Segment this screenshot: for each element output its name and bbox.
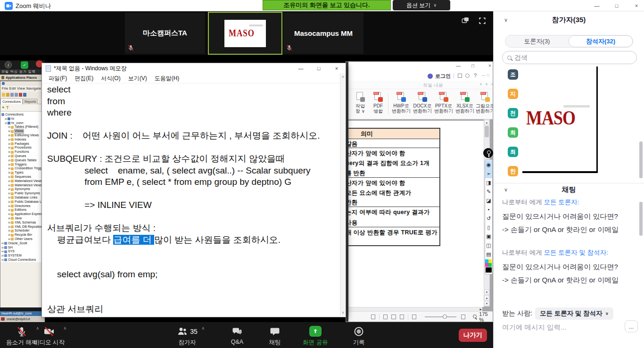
chat-message-input[interactable]: 여기에 메시지 입력... (502, 323, 566, 332)
tree-item-xml-schemas[interactable]: ⊞XML Schemas (0, 221, 45, 225)
find-input[interactable]: 찾을 내용 (423, 82, 443, 89)
select-cursor-tool-icon[interactable]: ➢ (485, 169, 492, 178)
tree-item-directories[interactable]: ⊞Directories (0, 204, 45, 208)
tree-item-editioning-views[interactable]: ⊞Editioning Views (0, 133, 45, 138)
expand-icon[interactable]: ⊞ (8, 179, 10, 183)
video-off-button[interactable]: ∧비디오 시작 (23, 325, 75, 347)
tree-item-other-users[interactable]: ⊞Other Users (0, 237, 45, 241)
minimize-button[interactable]: — (292, 63, 310, 74)
menu-format[interactable]: 서식(O) (97, 75, 124, 83)
find-prev-icon[interactable]: ∧ (479, 82, 482, 86)
tree-item-scheduler[interactable]: ⊞Scheduler (0, 229, 45, 233)
pdf-titlebar[interactable]: — □ × (348, 62, 493, 71)
participant-avatar[interactable]: 한 (508, 166, 518, 176)
scroll-up-icon[interactable]: ∧ (342, 74, 344, 80)
vm-taskbar[interactable]: oracle@edydr1ot (0, 316, 45, 322)
virtualbox-menubar[interactable]: 파일 머신 보기 입력 (0, 69, 45, 74)
close-button[interactable]: × (488, 63, 491, 68)
participants-scrollbar-thumb[interactable] (639, 141, 643, 178)
expand-icon[interactable]: ⊞ (8, 204, 10, 208)
record-button[interactable]: 기록 (333, 325, 385, 347)
color-swatch[interactable] (488, 263, 492, 267)
video-tile-maso-active-speaker[interactable]: MASO (208, 12, 282, 55)
hwp-button[interactable]: PDFHWP로변환하기 (391, 92, 412, 116)
maximize-button[interactable]: □ (471, 63, 474, 68)
tree-item-connections[interactable]: Connections (0, 113, 45, 117)
tree-item-synonyms[interactable]: ⊞Synonyms (0, 187, 45, 191)
video-tile-masocampus-ta[interactable]: 마소캠퍼스TA (125, 13, 205, 54)
menu-file[interactable]: 파일(F) (45, 75, 71, 83)
participants-button[interactable]: 35∧참가자 (161, 325, 213, 347)
search-input[interactable] (514, 54, 623, 61)
expand-icon[interactable]: ⊞ (8, 183, 10, 188)
open-icon[interactable] (6, 93, 9, 97)
expand-icon[interactable]: ⊞ (1, 241, 4, 246)
tree-item-triggers[interactable]: ⊞Triggers (0, 163, 45, 167)
tree-item-views[interactable]: ⊞Views (0, 129, 45, 133)
fullscreen-icon[interactable] (478, 17, 487, 25)
expand-icon[interactable]: ⊞ (5, 117, 7, 121)
xlsx-button[interactable]: PDFXLSX로변환하기 (454, 92, 475, 116)
tree-item-application-express[interactable]: ⊞Application Express (0, 212, 45, 216)
expand-icon[interactable]: ⊞ (8, 158, 10, 163)
pdf-horizontal-scrollbar[interactable]: ▶ (348, 307, 482, 311)
menu-help[interactable]: 도움말(H) (151, 75, 183, 83)
expand-icon[interactable] (458, 74, 462, 78)
tree-item-public-synonyms[interactable]: ⊞Public Synonyms (0, 191, 45, 196)
gallery-view-icon[interactable] (461, 17, 470, 25)
expand-icon[interactable]: ⊞ (1, 246, 4, 250)
chat-more-button[interactable]: ... (625, 320, 638, 332)
expand-icon[interactable]: ⊞ (8, 191, 10, 196)
expand-icon[interactable]: ⊞ (1, 254, 4, 258)
single-page-icon[interactable] (383, 315, 388, 319)
laser-point-tool-icon[interactable]: • (485, 205, 492, 214)
zoom-slider-handle[interactable] (443, 315, 447, 319)
video-tile-masocampus-mm[interactable]: Masocampus MM (283, 13, 363, 54)
tree-item-packages[interactable]: ⊞Packages (0, 142, 45, 146)
expand-icon[interactable]: ⊞ (1, 258, 4, 262)
zoom-slider[interactable] (425, 316, 456, 317)
close-button[interactable]: × (633, 0, 640, 11)
tree-item-cloud-connections[interactable]: ⊞Cloud Connections (0, 258, 45, 262)
page-down-icon[interactable]: ▼ (484, 301, 489, 306)
tree-item-sys[interactable]: ⊞SYS (0, 249, 45, 254)
menu-view[interactable]: 보기(V) (124, 75, 151, 83)
color-swatch[interactable] (485, 259, 488, 263)
expand-icon[interactable]: ⊞ (8, 196, 10, 200)
tree-item-database-links[interactable]: ⊞Database Links (0, 196, 45, 200)
participant-avatar[interactable]: 지 (508, 89, 518, 99)
participant-avatar[interactable]: 천 (508, 108, 518, 118)
continuous-view-icon[interactable] (391, 315, 396, 319)
tree-item-procedures[interactable]: ⊞Procedures (0, 146, 45, 150)
notepad-titlebar[interactable]: *제목 없음 - Windows 메모장 — □ × (42, 63, 346, 74)
scrollbar-thumb[interactable] (485, 126, 489, 137)
image-button[interactable]: PDF그림으로변환하기 (475, 92, 495, 116)
close-button[interactable]: × (328, 63, 346, 74)
expand-icon[interactable]: ⊞ (8, 229, 10, 233)
save-all-icon[interactable] (15, 93, 18, 97)
find-close-icon[interactable]: × (491, 82, 493, 86)
tree-item-queues[interactable]: ⊞Queues (0, 154, 45, 158)
page-layout-icon[interactable] (371, 315, 375, 319)
color-swatch[interactable] (485, 263, 488, 267)
expand-icon[interactable]: ⊞ (8, 125, 10, 129)
minimize-button[interactable]: — (456, 63, 461, 68)
eraser-tool-icon[interactable]: ◪ (485, 196, 492, 205)
participant-search[interactable] (502, 51, 637, 64)
tree-item-system[interactable]: ⊞SYSTEM (0, 254, 45, 258)
expand-icon[interactable]: ⊞ (8, 171, 10, 175)
expand-icon[interactable]: ⊞ (8, 129, 10, 133)
pen-tool-icon[interactable]: ✎ (485, 187, 492, 196)
recipient-dropdown[interactable]: 모든 토론자 및 참석자 ∨ (535, 307, 613, 320)
pdf-merge-button[interactable]: PDFPDF병합 (370, 92, 386, 116)
tree-item-editions[interactable]: ⊞Editions (0, 208, 45, 212)
tab-attendees[interactable]: 참석자(32) (569, 35, 633, 47)
sender-target-link[interactable]: 모든 토론자: (544, 199, 579, 206)
new-icon[interactable] (2, 93, 5, 97)
login-button[interactable]: 로그인 (435, 73, 451, 80)
scroll-down-icon[interactable]: ∨ (342, 309, 344, 316)
pointer-pin-icon[interactable] (483, 148, 493, 158)
find-next-icon[interactable]: ∨ (485, 82, 488, 86)
expand-icon[interactable]: ⊞ (8, 146, 10, 150)
maximize-button[interactable]: □ (613, 0, 620, 11)
